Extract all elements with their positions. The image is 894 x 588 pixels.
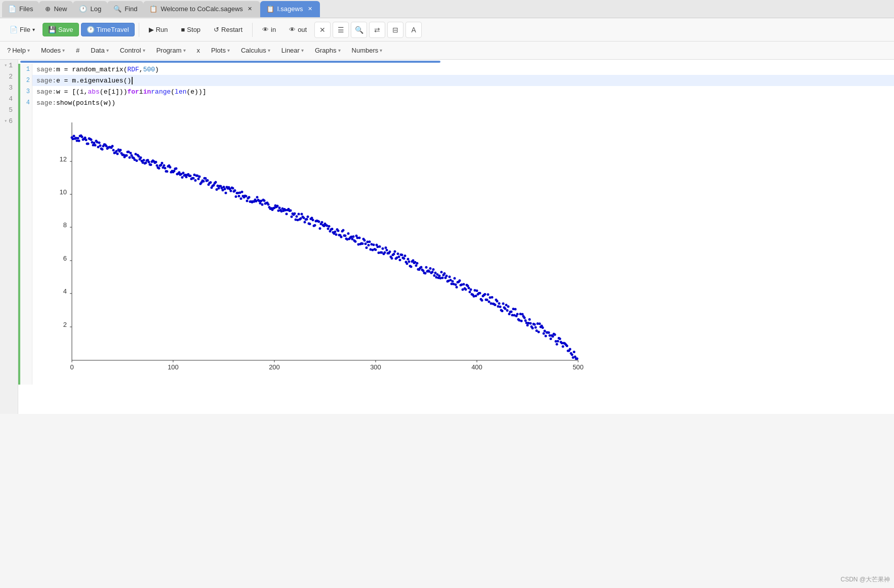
- svg-point-452: [502, 302, 505, 305]
- cell-line-num-1: 1: [20, 64, 32, 75]
- linear-arrow-icon: ▾: [301, 48, 304, 53]
- tab-find[interactable]: 🔍 Find: [107, 1, 143, 17]
- log-icon: 🕐: [79, 5, 87, 13]
- menu-calculus[interactable]: Calculus ▾: [236, 45, 275, 56]
- menu-data[interactable]: Data ▾: [86, 45, 113, 56]
- numbers-arrow-icon: ▾: [380, 48, 382, 53]
- menu-linear[interactable]: Linear ▾: [276, 45, 309, 56]
- close-icon-btn[interactable]: ✕: [314, 22, 331, 38]
- svg-point-464: [514, 308, 517, 310]
- tab-lsagews[interactable]: 📋 l.sagews ✕: [260, 1, 320, 17]
- svg-point-437: [487, 293, 490, 296]
- out-button[interactable]: 👁 out: [283, 23, 312, 36]
- svg-point-406: [456, 286, 458, 288]
- svg-point-436: [486, 299, 489, 301]
- svg-text:2: 2: [63, 321, 67, 328]
- svg-point-220: [267, 203, 270, 206]
- menu-program[interactable]: Program ▾: [151, 45, 191, 56]
- svg-point-355: [404, 255, 407, 257]
- stop-button[interactable]: ■ Stop: [176, 23, 207, 36]
- svg-text:100: 100: [168, 363, 179, 371]
- svg-point-385: [434, 272, 437, 274]
- menu-numbers[interactable]: Numbers ▾: [347, 45, 388, 56]
- graphs-arrow-icon: ▾: [338, 48, 341, 53]
- eigenvalue-plot: 2 4 6 8 10 12 0 100: [36, 112, 593, 381]
- svg-point-391: [440, 271, 443, 273]
- svg-point-90: [136, 159, 138, 162]
- svg-point-361: [410, 265, 413, 268]
- menu-modes[interactable]: Modes ▾: [36, 45, 70, 56]
- timetravel-label: TimeTravel: [97, 26, 129, 33]
- layout-icon-btn[interactable]: ⊟: [387, 22, 403, 38]
- svg-point-279: [327, 227, 330, 230]
- svg-point-354: [403, 257, 405, 260]
- svg-point-454: [504, 308, 507, 310]
- svg-point-127: [173, 170, 176, 172]
- svg-point-441: [491, 296, 494, 299]
- tab-new[interactable]: ⊕ New: [39, 1, 73, 17]
- svg-point-415: [465, 288, 467, 290]
- menu-x[interactable]: x: [192, 45, 206, 56]
- svg-point-199: [246, 199, 249, 202]
- svg-point-242: [290, 209, 292, 212]
- menu-help[interactable]: ? Help ▾: [2, 45, 35, 56]
- svg-point-129: [175, 167, 178, 170]
- file-button[interactable]: 📄 File ▾: [4, 23, 40, 36]
- question-icon: ?: [7, 47, 11, 54]
- svg-point-135: [181, 176, 184, 179]
- menu-graphs[interactable]: Graphs ▾: [310, 45, 346, 56]
- tab-bar: 📄 Files ⊕ New 🕐 Log 🔍 Find 📋 Welcome to …: [0, 0, 894, 18]
- svg-point-33: [78, 140, 80, 142]
- menu-bar: ? Help ▾ Modes ▾ # Data ▾ Control ▾ Prog…: [0, 41, 894, 60]
- fold-arrow-1: ▾: [4, 62, 7, 68]
- menu-hash[interactable]: #: [71, 45, 85, 56]
- svg-point-358: [407, 258, 410, 261]
- svg-point-255: [303, 217, 305, 219]
- svg-text:6: 6: [63, 255, 67, 262]
- tab-lsagews-close[interactable]: ✕: [306, 5, 314, 13]
- tab-lsagews-label: l.sagews: [277, 5, 303, 13]
- menu-control[interactable]: Control ▾: [115, 45, 150, 56]
- svg-point-253: [301, 213, 303, 216]
- timetravel-button[interactable]: 🕐 TimeTravel: [81, 23, 135, 36]
- tab-welcome[interactable]: 📋 Welcome to CoCalc.sagews ✕: [143, 1, 260, 17]
- font-size-icon-btn[interactable]: A: [405, 22, 422, 38]
- svg-point-446: [496, 300, 499, 303]
- svg-point-163: [210, 181, 212, 184]
- svg-point-158: [205, 177, 207, 180]
- tab-files[interactable]: 📄 Files: [2, 1, 39, 17]
- svg-point-238: [286, 213, 288, 215]
- svg-point-458: [508, 313, 511, 315]
- cell-line-num-3: 3: [20, 86, 32, 97]
- in-button[interactable]: 👁 in: [257, 23, 281, 36]
- code-line-1: sage: m = random_matrix(RDF,500): [32, 64, 894, 75]
- svg-point-444: [494, 304, 497, 306]
- svg-point-515: [566, 345, 568, 347]
- save-button[interactable]: 💾 Save: [43, 23, 79, 36]
- svg-point-520: [571, 353, 574, 356]
- svg-point-352: [401, 254, 403, 256]
- output-content: 2 4 6 8 10 12 0 100: [32, 108, 894, 385]
- svg-point-363: [412, 259, 415, 262]
- tab-log[interactable]: 🕐 Log: [73, 1, 107, 17]
- svg-point-146: [192, 177, 195, 180]
- transfer-icon-btn[interactable]: ⇄: [369, 22, 385, 38]
- search-icon-btn[interactable]: 🔍: [351, 22, 367, 38]
- menu-program-label: Program: [156, 47, 182, 54]
- code-line-3: sage: w = [(i, abs(e[i])) for i in range…: [32, 86, 894, 97]
- svg-point-357: [406, 263, 409, 265]
- tab-welcome-close[interactable]: ✕: [246, 5, 254, 13]
- editor-area: ▾ 1 2 3 4 5 ▾ 6 1 2 3 4: [0, 60, 894, 414]
- svg-point-359: [408, 260, 411, 263]
- svg-point-252: [300, 217, 302, 220]
- output-cell: 2 4 6 8 10 12 0 100: [18, 108, 894, 385]
- code-cell[interactable]: 1 2 3 4 sage: m = random_matrix(RDF,500)…: [18, 64, 894, 108]
- restart-button[interactable]: ↺ Restart: [208, 23, 248, 36]
- run-button[interactable]: ▶ Run: [143, 23, 174, 36]
- list-icon-btn[interactable]: ☰: [333, 22, 349, 38]
- in-label: in: [271, 26, 276, 33]
- svg-text:4: 4: [63, 287, 67, 295]
- svg-point-371: [420, 266, 423, 269]
- menu-plots[interactable]: Plots ▾: [206, 45, 235, 56]
- svg-point-201: [248, 196, 251, 198]
